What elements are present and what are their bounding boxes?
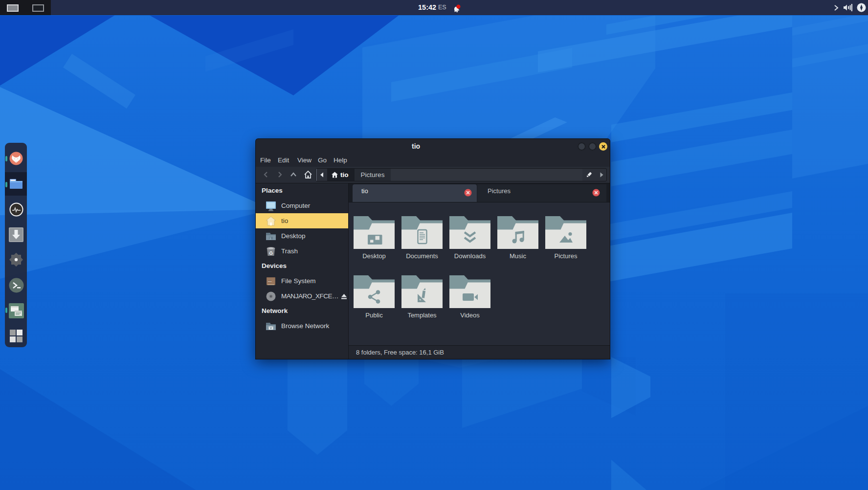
- svg-text:HDD: HDD: [268, 280, 272, 282]
- svg-text:♻: ♻: [269, 250, 273, 255]
